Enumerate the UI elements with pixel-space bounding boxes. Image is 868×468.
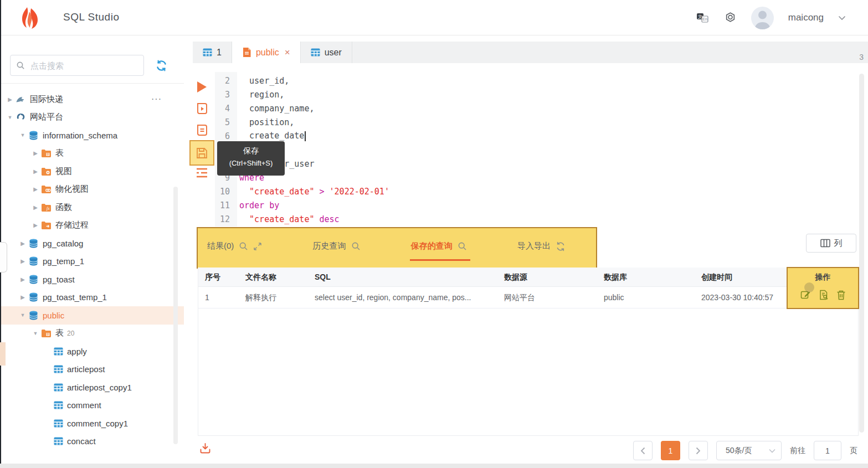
table-count-badge: 20 [67, 330, 74, 337]
view-sql-icon[interactable] [819, 290, 829, 300]
tree-item-label: 表 [55, 148, 64, 158]
download-icon[interactable] [199, 443, 211, 454]
tree-item-label: concact [67, 436, 96, 446]
expand-icon[interactable] [253, 242, 262, 251]
sync-icon[interactable] [556, 241, 566, 251]
chevron-down-icon[interactable] [838, 16, 846, 20]
expand-arrow-icon[interactable]: ▶ [6, 96, 14, 102]
editor-tab-public[interactable]: public× [232, 42, 301, 63]
search-icon[interactable] [239, 241, 248, 251]
database-icon [28, 256, 39, 266]
collapse-arrow-icon[interactable]: ▼ [18, 132, 27, 138]
column-header-文件名称: 文件名称 [239, 268, 308, 287]
tree-item-label: comment [67, 400, 101, 410]
tree-item-函数[interactable]: ▶fx函数 [0, 198, 184, 217]
tree-item-concact[interactable]: concact [0, 433, 184, 451]
explain-icon[interactable] [196, 124, 208, 137]
close-icon[interactable]: × [285, 47, 290, 58]
run-icon[interactable] [196, 80, 208, 94]
code-text: user_id, [237, 76, 289, 86]
expand-arrow-icon[interactable]: ▶ [31, 204, 40, 210]
save-button-highlight[interactable] [189, 140, 214, 166]
expand-arrow-icon[interactable]: ▶ [18, 258, 27, 264]
tree-item-物化视图[interactable]: ▶物化视图 [0, 181, 184, 199]
tree-item-label: comment_copy1 [67, 419, 128, 428]
tree-item-网站平台[interactable]: ▼网站平台 [0, 109, 184, 127]
save-icon[interactable] [196, 147, 208, 160]
table-row[interactable]: 1解释执行select user_id, region, company_nam… [198, 287, 858, 308]
search-icon[interactable] [458, 241, 467, 251]
expand-arrow-icon[interactable]: ▶ [31, 186, 40, 192]
tree-item-pg_catalog[interactable]: ▶pg_catalog [0, 234, 184, 253]
table-body: 1解释执行select user_id, region, company_nam… [198, 287, 858, 308]
column-header-创建时间: 创建时间 [695, 268, 787, 287]
editor-tab-user[interactable]: user [301, 42, 352, 63]
tree-item-label: pg_temp_1 [43, 256, 84, 266]
tree-item-comment[interactable]: comment [0, 397, 184, 415]
expand-arrow-icon[interactable]: ▶ [31, 222, 40, 228]
tree-item-information_schema[interactable]: ▼information_schema [0, 126, 184, 145]
database-icon [28, 130, 39, 141]
settings-icon[interactable] [724, 12, 737, 24]
expand-arrow-icon[interactable]: ▶ [18, 240, 27, 246]
tree-item-label: 函数 [55, 202, 72, 213]
tree-item-comment_copy1[interactable]: comment_copy1 [0, 414, 184, 433]
format-icon[interactable] [196, 167, 208, 178]
results-tab-导入导出[interactable]: 导入导出 [517, 241, 566, 251]
column-header-数据库: 数据库 [597, 268, 695, 287]
tooltip-title: 保存 [217, 146, 285, 156]
expand-arrow-icon[interactable]: ▶ [18, 276, 27, 282]
tree-item-pg_toast[interactable]: ▶pg_toast [0, 270, 184, 289]
sidebar-collapse-handle[interactable] [0, 242, 7, 272]
tree-item-国际快递[interactable]: ▶国际快递··· [0, 90, 184, 109]
table-header-row: 序号文件名称SQL数据源数据库创建时间 [198, 268, 858, 287]
tree-item-存储过程[interactable]: ▶存储过程 [0, 217, 184, 235]
avatar[interactable] [751, 7, 774, 29]
expand-arrow-icon[interactable]: ▶ [18, 294, 27, 300]
sidebar-search-box[interactable] [10, 55, 144, 76]
translate-icon[interactable]: 文 En [696, 12, 710, 24]
main-scrollbar[interactable] [859, 74, 864, 433]
sidebar: ▶国际快递···▼网站平台▼information_schema▶表▶视图▶物化… [0, 35, 184, 464]
database-icon [28, 292, 39, 302]
results-tab-保存的查询[interactable]: 保存的查询 [411, 241, 467, 251]
expand-arrow-icon[interactable]: ▶ [31, 150, 40, 156]
results-tab-结果(0)[interactable]: 结果(0) [207, 241, 262, 251]
run-script-icon[interactable] [196, 102, 208, 115]
goto-label: 前往 [790, 446, 805, 456]
database-icon [28, 310, 39, 321]
tree-item-pg_toast_temp_1[interactable]: ▶pg_toast_temp_1 [0, 289, 184, 307]
tree-item-pg_temp_1[interactable]: ▶pg_temp_1 [0, 253, 184, 271]
tree-item-articlepost_copy1[interactable]: articlepost_copy1 [0, 378, 184, 397]
results-tab-历史查询[interactable]: 历史查询 [313, 241, 361, 251]
tree-item-表[interactable]: ▼表20 [0, 325, 184, 343]
tree-item-apply[interactable]: apply [0, 342, 184, 361]
page-size-select[interactable]: 50条/页 [716, 441, 782, 460]
user-name[interactable]: maicong [788, 12, 824, 23]
sidebar-scrollbar[interactable] [173, 187, 178, 444]
collapse-arrow-icon[interactable]: ▼ [18, 312, 27, 318]
line-number: 2 [215, 76, 237, 86]
code-line: 2 user_id, [215, 74, 389, 88]
current-page-button[interactable]: 1 [661, 441, 680, 460]
actions-column-header: 操作 [788, 268, 858, 286]
collapse-arrow-icon[interactable]: ▼ [6, 115, 14, 120]
expand-arrow-icon[interactable]: ▶ [31, 168, 40, 174]
more-actions-icon[interactable]: ··· [151, 94, 162, 104]
search-input[interactable] [29, 60, 138, 71]
tree-item-表[interactable]: ▶表 [0, 145, 184, 163]
tree-item-articlepost[interactable]: articlepost [0, 361, 184, 379]
editor-tab-1[interactable]: 1 [193, 42, 232, 63]
refresh-icon[interactable] [155, 59, 168, 72]
collapse-arrow-icon[interactable]: ▼ [31, 331, 40, 336]
next-page-button[interactable] [689, 441, 708, 460]
search-icon[interactable] [351, 241, 361, 251]
columns-button[interactable]: 列 [806, 234, 856, 253]
line-number: 5 [215, 117, 237, 127]
delete-icon[interactable] [836, 290, 846, 300]
tooltip-shortcut: (Ctrl+Shift+S) [217, 159, 285, 167]
prev-page-button[interactable] [633, 441, 653, 460]
tree-item-public[interactable]: ▼public [0, 306, 184, 325]
tree-item-视图[interactable]: ▶视图 [0, 162, 184, 181]
goto-page-input[interactable] [814, 441, 841, 460]
